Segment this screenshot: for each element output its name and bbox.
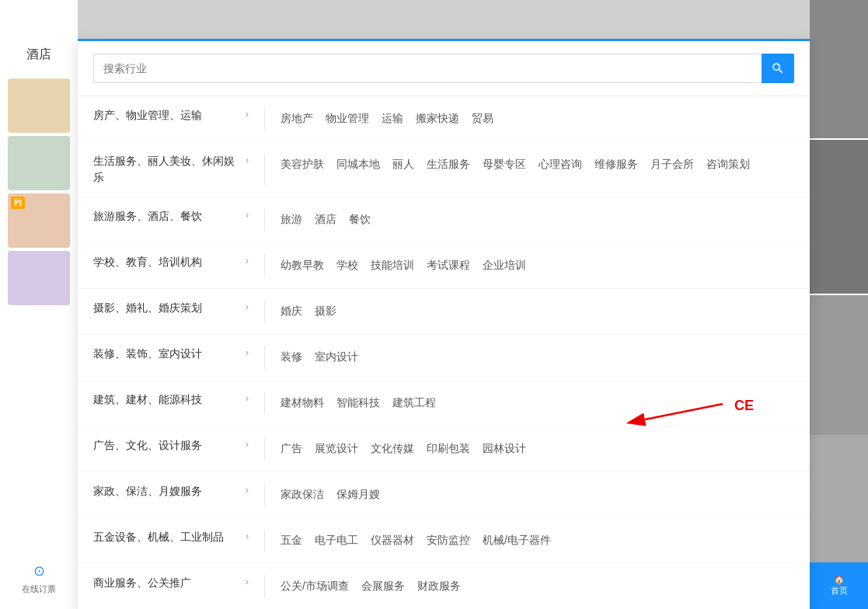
category-label-4[interactable]: 摄影、婚礼、婚庆策划› <box>93 300 249 316</box>
category-label-6[interactable]: 建筑、建材、能源科技› <box>93 392 249 408</box>
category-items-1: 美容护肤同城本地丽人生活服务母婴专区心理咨询维修服务月子会所咨询策划 <box>281 153 794 176</box>
left-card-4 <box>8 251 70 305</box>
category-item[interactable]: 同城本地 <box>336 153 392 176</box>
category-label-1[interactable]: 生活服务、丽人美妆、休闲娱乐› <box>93 153 249 186</box>
category-item[interactable]: 园林设计 <box>483 437 539 460</box>
category-item[interactable]: 机械/电子器件 <box>483 529 563 552</box>
category-item[interactable]: 展览设计 <box>315 437 371 460</box>
category-item[interactable]: 母婴专区 <box>483 153 539 176</box>
category-item[interactable]: 室内设计 <box>315 346 371 368</box>
category-label-2[interactable]: 旅游服务、酒店、餐饮› <box>93 208 249 224</box>
category-item[interactable]: 安防监控 <box>427 529 483 552</box>
category-label-8[interactable]: 家政、保洁、月嫂服务› <box>93 483 249 499</box>
category-label-3[interactable]: 学校、教育、培训机构› <box>93 254 249 270</box>
category-item[interactable]: 建筑工程 <box>392 392 448 414</box>
category-item[interactable]: 餐饮 <box>349 208 383 231</box>
category-item[interactable]: 文化传媒 <box>371 437 427 460</box>
category-item[interactable]: 物业管理 <box>326 107 382 130</box>
category-item[interactable]: 酒店 <box>315 208 349 231</box>
category-label-0[interactable]: 房产、物业管理、运输› <box>93 107 249 124</box>
sidebar-title: 酒店 <box>26 47 51 63</box>
search-input[interactable] <box>93 54 762 83</box>
category-arrow-icon-2: › <box>246 210 249 221</box>
category-items-0: 房地产物业管理运输搬家快递贸易 <box>281 107 794 130</box>
category-items-3: 幼教早教学校技能培训考试课程企业培训 <box>281 254 794 277</box>
category-item[interactable]: 家政保洁 <box>281 483 336 506</box>
category-item[interactable]: 贸易 <box>472 107 506 130</box>
yellow-badge: 约 <box>11 197 25 209</box>
category-item[interactable]: 装修 <box>281 346 315 368</box>
category-item[interactable]: 公关/市场调查 <box>281 575 361 597</box>
category-arrow-icon-4: › <box>246 301 249 312</box>
category-arrow-icon-7: › <box>246 439 249 450</box>
category-item[interactable]: 心理咨询 <box>539 153 594 176</box>
dropdown-panel: 房产、物业管理、运输›房地产物业管理运输搬家快递贸易生活服务、丽人美妆、休闲娱乐… <box>78 39 810 609</box>
category-divider-2 <box>264 208 265 231</box>
category-row: 商业服务、公关推广›公关/市场调查会展服务财政服务 <box>78 564 810 609</box>
category-row: 房产、物业管理、运输›房地产物业管理运输搬家快递贸易 <box>78 96 810 142</box>
category-row: 生活服务、丽人美妆、休闲娱乐›美容护肤同城本地丽人生活服务母婴专区心理咨询维修服… <box>78 142 810 197</box>
category-row: 学校、教育、培训机构›幼教早教学校技能培训考试课程企业培训 <box>78 243 810 289</box>
category-name-3: 学校、教育、培训机构 <box>93 254 242 270</box>
category-arrow-icon-9: › <box>246 531 249 541</box>
category-row: 广告、文化、设计服务›广告展览设计文化传媒印刷包装园林设计 <box>78 426 810 472</box>
category-item[interactable]: 婚庆 <box>281 300 315 322</box>
category-divider-0 <box>264 107 265 130</box>
category-item[interactable]: 技能培训 <box>371 254 427 277</box>
category-item[interactable]: 月子会所 <box>650 153 706 176</box>
category-label-9[interactable]: 五金设备、机械、工业制品› <box>93 529 249 545</box>
right-panel <box>810 0 868 609</box>
category-item[interactable]: 保姆月嫂 <box>336 483 392 506</box>
category-item[interactable]: 幼教早教 <box>281 254 336 277</box>
category-item[interactable]: 生活服务 <box>427 153 483 176</box>
search-button[interactable] <box>762 54 794 83</box>
category-item[interactable]: 会展服务 <box>361 575 417 597</box>
category-item[interactable]: 仪器器材 <box>371 529 427 552</box>
category-item[interactable]: 旅游 <box>281 208 315 231</box>
category-divider-8 <box>264 483 265 506</box>
category-row: 五金设备、机械、工业制品›五金电子电工仪器器材安防监控机械/电子器件 <box>78 518 810 564</box>
category-item[interactable]: 考试课程 <box>427 254 483 277</box>
category-divider-10 <box>264 575 265 598</box>
category-name-10: 商业服务、公关推广 <box>93 575 242 591</box>
category-items-5: 装修室内设计 <box>281 346 794 368</box>
category-divider-4 <box>264 300 265 323</box>
category-item[interactable]: 美容护肤 <box>281 153 336 176</box>
category-label-10[interactable]: 商业服务、公关推广› <box>93 575 249 591</box>
category-item[interactable]: 企业培训 <box>483 254 539 277</box>
category-name-2: 旅游服务、酒店、餐饮 <box>93 208 242 224</box>
sidebar-nav-home[interactable]: ⊙ 在线订票 <box>0 555 78 601</box>
category-items-8: 家政保洁保姆月嫂 <box>281 483 794 506</box>
category-item[interactable]: 建材物料 <box>281 392 336 414</box>
category-item[interactable]: 五金 <box>281 529 315 552</box>
category-item[interactable]: 摄影 <box>315 300 349 322</box>
category-item[interactable]: 智能科技 <box>336 392 392 414</box>
category-item[interactable]: 运输 <box>382 107 416 130</box>
category-name-1: 生活服务、丽人美妆、休闲娱乐 <box>93 153 242 186</box>
category-item[interactable]: 咨询策划 <box>706 153 762 176</box>
category-item[interactable]: 维修服务 <box>594 153 650 176</box>
category-label-5[interactable]: 装修、装饰、室内设计› <box>93 346 249 362</box>
category-item[interactable]: 广告 <box>281 437 315 460</box>
category-item[interactable]: 电子电工 <box>315 529 371 552</box>
category-arrow-icon-0: › <box>246 109 249 120</box>
category-item[interactable]: 搬家快递 <box>416 107 472 130</box>
category-divider-3 <box>264 254 265 277</box>
category-label-7[interactable]: 广告、文化、设计服务› <box>93 437 249 454</box>
category-item[interactable]: 丽人 <box>392 153 427 176</box>
right-image-2 <box>810 140 868 295</box>
category-items-4: 婚庆摄影 <box>281 300 794 322</box>
category-item[interactable]: 印刷包装 <box>427 437 483 460</box>
right-image-1 <box>810 0 868 140</box>
left-card-2 <box>8 136 70 190</box>
category-item[interactable]: 学校 <box>336 254 371 277</box>
category-divider-7 <box>264 437 265 461</box>
nav-label-home: 在线订票 <box>22 583 56 595</box>
category-items-9: 五金电子电工仪器器材安防监控机械/电子器件 <box>281 529 794 552</box>
category-row: 家政、保洁、月嫂服务›家政保洁保姆月嫂 <box>78 472 810 518</box>
category-arrow-icon-1: › <box>246 155 249 165</box>
search-bar <box>78 41 810 96</box>
category-item[interactable]: 财政服务 <box>417 575 473 597</box>
category-name-8: 家政、保洁、月嫂服务 <box>93 483 242 499</box>
category-item[interactable]: 房地产 <box>281 107 326 130</box>
